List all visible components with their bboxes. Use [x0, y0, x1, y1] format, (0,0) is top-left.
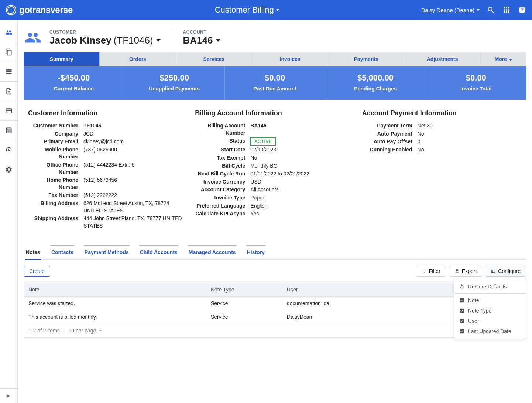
th-user[interactable]: User — [282, 283, 403, 297]
info-value: No — [418, 130, 522, 138]
info-row: Start Date02/10/2023 — [195, 146, 354, 154]
info-row: Bill CycleMonthly BC — [195, 163, 354, 170]
download-icon — [454, 269, 460, 274]
info-label: Invoice Type — [195, 194, 250, 202]
subtab-managed-accounts[interactable]: Managed Accounts — [188, 245, 237, 260]
payment-info-title: Account Payment Information — [362, 109, 522, 117]
info-value: 02/10/2023 — [250, 146, 354, 154]
checkbox-checked-icon — [459, 308, 464, 313]
brand[interactable]: gotransverse — [6, 5, 73, 15]
info-value: 444 John Street Plano, TX, 78777 UNITED … — [83, 215, 188, 229]
customer-label: CUSTOMER — [49, 30, 161, 35]
customer-dropdown[interactable]: Jacob Kinsey (TF1046) — [49, 35, 161, 46]
info-row: Calculate KPI AsyncYes — [195, 210, 354, 218]
per-page-dropdown[interactable]: 10 per page — [68, 328, 103, 334]
restore-defaults-item[interactable]: Restore Defaults — [454, 281, 526, 292]
caret-down-icon — [477, 9, 480, 11]
cfg-col-note-type[interactable]: Note Type — [454, 305, 526, 316]
info-value: (512) 4442234 Extn: 5 — [83, 161, 188, 169]
search-icon[interactable] — [487, 6, 495, 14]
billing-info-title: Billing Account Information — [195, 109, 354, 117]
info-value: JCD — [83, 130, 188, 138]
tab-services[interactable]: Services — [176, 52, 252, 66]
table-row[interactable]: Service was started.Servicedocumentation… — [24, 297, 526, 310]
info-row: Billing Account NumberBA146 — [195, 122, 354, 137]
table-cell: documentation_qa — [282, 297, 403, 310]
info-value: ACTIVE — [250, 137, 354, 146]
info-label: Mobile Phone Number — [28, 146, 83, 161]
stat-invoice-total: $0.00Invoice Total — [426, 66, 526, 100]
customers-icon — [24, 29, 42, 46]
info-label: Preferred Language — [195, 202, 250, 210]
info-row: Auto-PaymentNo — [362, 130, 522, 138]
caret-down-icon — [156, 39, 161, 42]
info-label: Office Phone Number — [28, 161, 83, 176]
filter-button[interactable]: Filter — [416, 266, 446, 277]
payment-info-col: Account Payment Information Payment Term… — [362, 109, 522, 230]
export-button[interactable]: Export — [449, 266, 482, 277]
help-icon[interactable] — [518, 6, 526, 14]
info-value: BA146 — [250, 122, 354, 130]
info-label: Auto-Payment — [362, 130, 418, 138]
sidebar-copy-icon[interactable] — [0, 44, 18, 60]
table-cell: Service — [206, 297, 282, 310]
sidebar-server-icon[interactable] — [0, 64, 18, 80]
caret-down-icon — [276, 9, 279, 11]
configure-button[interactable]: Configure — [485, 266, 526, 277]
account-label: ACCOUNT — [183, 30, 220, 35]
subtab-payment-methods[interactable]: Payment Methods — [84, 245, 130, 260]
cfg-col-last-updated[interactable]: Last Updated Date — [454, 326, 526, 337]
info-value: (512) 5673456 — [83, 177, 188, 184]
cfg-col-user[interactable]: User — [454, 316, 526, 326]
sidebar-dashboard-icon[interactable] — [0, 142, 18, 158]
th-note-type[interactable]: Note Type — [206, 283, 282, 297]
sidebar-calculator-icon[interactable] — [0, 122, 18, 139]
info-row: Auto Pay Offset0 — [362, 138, 522, 146]
tab-orders[interactable]: Orders — [100, 52, 176, 66]
info-row: CompanyJCD — [28, 130, 188, 138]
info-value: USD — [250, 178, 354, 186]
page-title-dropdown[interactable]: Customer Billing — [215, 5, 279, 15]
info-value: Monthly BC — [250, 163, 354, 170]
cfg-col-note[interactable]: Note — [454, 295, 526, 305]
info-value: Net 30 — [418, 122, 522, 130]
info-row: Customer NumberTF1046 — [28, 122, 188, 130]
tab-invoices[interactable]: Invoices — [252, 52, 328, 66]
sidebar-card-icon[interactable] — [0, 103, 18, 119]
account-dropdown[interactable]: BA146 — [183, 35, 220, 46]
info-row: StatusACTIVE — [195, 137, 354, 146]
customer-account-header: CUSTOMER Jacob Kinsey (TF1046) ACCOUNT B… — [24, 26, 526, 52]
undo-icon — [459, 284, 464, 289]
tab-more[interactable]: More — [481, 52, 526, 66]
create-button[interactable]: Create — [24, 266, 50, 277]
stat-pending-charges: $5,000.00Pending Charges — [325, 66, 426, 100]
stat-past-due: $0.00Past Due Amount — [225, 66, 325, 100]
subtab-history[interactable]: History — [246, 245, 265, 260]
info-row: Shipping Address444 John Street Plano, T… — [28, 215, 188, 229]
table-cell: This account is billed monthly. — [24, 310, 206, 324]
sidebar-settings-icon[interactable] — [0, 161, 18, 178]
table-row[interactable]: This account is billed monthly.ServiceDa… — [24, 310, 526, 324]
sidebar-document-icon[interactable] — [0, 83, 18, 99]
user-menu[interactable]: Daisy Deane (Deane) — [421, 7, 480, 13]
info-label: Status — [195, 137, 250, 145]
th-note[interactable]: Note — [24, 283, 206, 297]
info-row: Tax ExemptNo — [195, 154, 354, 162]
subtab-child-accounts[interactable]: Child Accounts — [139, 245, 178, 260]
info-row: Home Phone Number(512) 5673456 — [28, 177, 188, 191]
sidebar-expand-icon[interactable] — [0, 388, 18, 403]
sidebar — [0, 20, 18, 403]
info-row: Account CategoryAll Accounts — [195, 186, 354, 194]
caret-down-icon — [216, 39, 220, 42]
info-value: 01/01/2022 to 02/01/2022 — [250, 170, 354, 178]
tab-adjustments[interactable]: Adjustments — [404, 52, 480, 66]
info-label: Company — [28, 130, 83, 138]
subtab-notes[interactable]: Notes — [25, 245, 41, 260]
info-row: Payment TermNet 30 — [362, 122, 522, 130]
tab-summary[interactable]: Summary — [24, 52, 100, 66]
stat-unapplied-payments: $250.00Unapplied Payments — [124, 66, 224, 100]
sidebar-customers-icon[interactable] — [0, 24, 18, 41]
apps-grid-icon[interactable] — [502, 6, 511, 14]
subtab-contacts[interactable]: Contacts — [51, 245, 74, 260]
tab-payments[interactable]: Payments — [328, 52, 404, 66]
